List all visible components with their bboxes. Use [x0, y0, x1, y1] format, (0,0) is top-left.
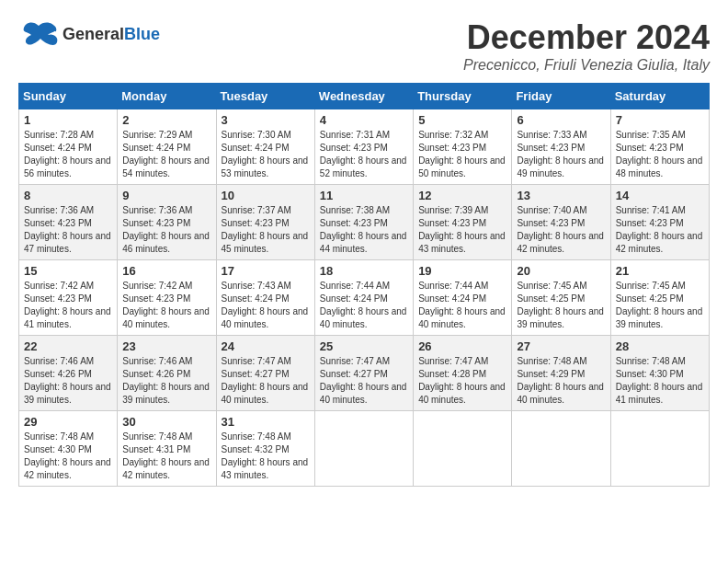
- day-number: 26: [418, 339, 506, 353]
- day-info: Sunrise: 7:44 AM Sunset: 4:24 PM Dayligh…: [320, 280, 408, 331]
- day-number: 20: [517, 264, 605, 278]
- day-number: 22: [24, 339, 112, 353]
- month-title: December 2024: [463, 18, 710, 57]
- day-info: Sunrise: 7:48 AM Sunset: 4:30 PM Dayligh…: [24, 431, 112, 482]
- day-info: Sunrise: 7:36 AM Sunset: 4:23 PM Dayligh…: [24, 204, 112, 256]
- day-info: Sunrise: 7:47 AM Sunset: 4:27 PM Dayligh…: [222, 355, 310, 407]
- day-info: Sunrise: 7:46 AM Sunset: 4:26 PM Dayligh…: [122, 355, 210, 407]
- title-area: December 2024 Precenicco, Friuli Venezia…: [463, 18, 710, 74]
- day-info: Sunrise: 7:35 AM Sunset: 4:23 PM Dayligh…: [616, 129, 704, 180]
- calendar-day-cell: [314, 411, 413, 487]
- day-number: 7: [616, 113, 704, 127]
- calendar-day-cell: 5 Sunrise: 7:32 AM Sunset: 4:23 PM Dayli…: [414, 109, 512, 185]
- day-info: Sunrise: 7:37 AM Sunset: 4:23 PM Dayligh…: [222, 204, 310, 256]
- calendar-day-cell: 31 Sunrise: 7:48 AM Sunset: 4:32 PM Dayl…: [216, 411, 314, 487]
- day-info: Sunrise: 7:47 AM Sunset: 4:27 PM Dayligh…: [320, 355, 408, 407]
- calendar-day-cell: 1 Sunrise: 7:28 AM Sunset: 4:24 PM Dayli…: [19, 109, 118, 185]
- day-number: 1: [24, 113, 112, 127]
- day-number: 5: [418, 113, 506, 127]
- calendar-day-cell: 11 Sunrise: 7:38 AM Sunset: 4:23 PM Dayl…: [314, 185, 413, 260]
- calendar-day-cell: 30 Sunrise: 7:48 AM Sunset: 4:31 PM Dayl…: [118, 411, 216, 487]
- day-number: 10: [222, 189, 310, 202]
- logo-blue: Blue: [124, 25, 160, 43]
- logo-icon: [18, 18, 59, 52]
- calendar-day-cell: 21 Sunrise: 7:45 AM Sunset: 4:25 PM Dayl…: [610, 260, 709, 336]
- calendar-header-row: SundayMondayTuesdayWednesdayThursdayFrid…: [19, 84, 710, 109]
- day-info: Sunrise: 7:39 AM Sunset: 4:23 PM Dayligh…: [418, 204, 506, 256]
- day-info: Sunrise: 7:42 AM Sunset: 4:23 PM Dayligh…: [122, 280, 210, 331]
- day-info: Sunrise: 7:43 AM Sunset: 4:24 PM Dayligh…: [222, 280, 310, 331]
- day-info: Sunrise: 7:45 AM Sunset: 4:25 PM Dayligh…: [616, 280, 704, 331]
- calendar-day-cell: 25 Sunrise: 7:47 AM Sunset: 4:27 PM Dayl…: [314, 336, 413, 411]
- day-number: 18: [320, 264, 408, 278]
- calendar-day-cell: 9 Sunrise: 7:36 AM Sunset: 4:23 PM Dayli…: [118, 185, 216, 260]
- day-info: Sunrise: 7:28 AM Sunset: 4:24 PM Dayligh…: [24, 129, 112, 180]
- logo-general: General: [63, 25, 124, 43]
- day-number: 4: [320, 113, 408, 127]
- day-number: 17: [222, 264, 310, 278]
- day-info: Sunrise: 7:40 AM Sunset: 4:23 PM Dayligh…: [517, 204, 605, 256]
- day-number: 14: [616, 189, 704, 202]
- calendar-day-cell: [512, 411, 610, 487]
- header: GeneralBlue December 2024 Precenicco, Fr…: [18, 18, 710, 74]
- calendar-day-cell: 10 Sunrise: 7:37 AM Sunset: 4:23 PM Dayl…: [216, 185, 314, 260]
- day-number: 30: [122, 415, 210, 429]
- calendar-body: 1 Sunrise: 7:28 AM Sunset: 4:24 PM Dayli…: [19, 109, 710, 487]
- day-number: 11: [320, 189, 408, 202]
- day-number: 12: [418, 189, 506, 202]
- calendar-day-cell: 8 Sunrise: 7:36 AM Sunset: 4:23 PM Dayli…: [19, 185, 118, 260]
- calendar-header-cell: Thursday: [414, 84, 512, 109]
- calendar-day-cell: 13 Sunrise: 7:40 AM Sunset: 4:23 PM Dayl…: [512, 185, 610, 260]
- day-info: Sunrise: 7:41 AM Sunset: 4:23 PM Dayligh…: [616, 204, 704, 256]
- day-info: Sunrise: 7:48 AM Sunset: 4:29 PM Dayligh…: [517, 355, 605, 407]
- day-number: 31: [222, 415, 310, 429]
- calendar-header-cell: Tuesday: [216, 84, 314, 109]
- calendar-day-cell: 12 Sunrise: 7:39 AM Sunset: 4:23 PM Dayl…: [414, 185, 512, 260]
- calendar-header-cell: Monday: [118, 84, 216, 109]
- calendar-day-cell: 16 Sunrise: 7:42 AM Sunset: 4:23 PM Dayl…: [118, 260, 216, 336]
- day-info: Sunrise: 7:29 AM Sunset: 4:24 PM Dayligh…: [122, 129, 210, 180]
- calendar-day-cell: 29 Sunrise: 7:48 AM Sunset: 4:30 PM Dayl…: [19, 411, 118, 487]
- day-number: 24: [222, 339, 310, 353]
- day-info: Sunrise: 7:38 AM Sunset: 4:23 PM Dayligh…: [320, 204, 408, 256]
- day-info: Sunrise: 7:48 AM Sunset: 4:31 PM Dayligh…: [122, 431, 210, 482]
- location-title: Precenicco, Friuli Venezia Giulia, Italy: [463, 57, 710, 74]
- calendar-day-cell: 24 Sunrise: 7:47 AM Sunset: 4:27 PM Dayl…: [216, 336, 314, 411]
- calendar-day-cell: 26 Sunrise: 7:47 AM Sunset: 4:28 PM Dayl…: [414, 336, 512, 411]
- calendar-day-cell: 4 Sunrise: 7:31 AM Sunset: 4:23 PM Dayli…: [314, 109, 413, 185]
- day-info: Sunrise: 7:31 AM Sunset: 4:23 PM Dayligh…: [320, 129, 408, 180]
- day-number: 21: [616, 264, 704, 278]
- day-number: 28: [616, 339, 704, 353]
- calendar-header-cell: Saturday: [610, 84, 709, 109]
- day-number: 15: [24, 264, 112, 278]
- day-number: 16: [122, 264, 210, 278]
- calendar-header-cell: Sunday: [19, 84, 118, 109]
- calendar-day-cell: 7 Sunrise: 7:35 AM Sunset: 4:23 PM Dayli…: [610, 109, 709, 185]
- logo: GeneralBlue: [18, 18, 160, 52]
- calendar-day-cell: 22 Sunrise: 7:46 AM Sunset: 4:26 PM Dayl…: [19, 336, 118, 411]
- calendar-day-cell: [610, 411, 709, 487]
- calendar-week-row: 15 Sunrise: 7:42 AM Sunset: 4:23 PM Dayl…: [19, 260, 710, 336]
- day-info: Sunrise: 7:42 AM Sunset: 4:23 PM Dayligh…: [24, 280, 112, 331]
- calendar-day-cell: 23 Sunrise: 7:46 AM Sunset: 4:26 PM Dayl…: [118, 336, 216, 411]
- day-number: 25: [320, 339, 408, 353]
- calendar-day-cell: 6 Sunrise: 7:33 AM Sunset: 4:23 PM Dayli…: [512, 109, 610, 185]
- day-info: Sunrise: 7:47 AM Sunset: 4:28 PM Dayligh…: [418, 355, 506, 407]
- day-info: Sunrise: 7:44 AM Sunset: 4:24 PM Dayligh…: [418, 280, 506, 331]
- day-info: Sunrise: 7:32 AM Sunset: 4:23 PM Dayligh…: [418, 129, 506, 180]
- day-info: Sunrise: 7:30 AM Sunset: 4:24 PM Dayligh…: [222, 129, 310, 180]
- day-number: 9: [122, 189, 210, 202]
- calendar-day-cell: 14 Sunrise: 7:41 AM Sunset: 4:23 PM Dayl…: [610, 185, 709, 260]
- calendar-day-cell: [414, 411, 512, 487]
- calendar-week-row: 22 Sunrise: 7:46 AM Sunset: 4:26 PM Dayl…: [19, 336, 710, 411]
- calendar-day-cell: 27 Sunrise: 7:48 AM Sunset: 4:29 PM Dayl…: [512, 336, 610, 411]
- day-number: 2: [122, 113, 210, 127]
- calendar-week-row: 1 Sunrise: 7:28 AM Sunset: 4:24 PM Dayli…: [19, 109, 710, 185]
- calendar-day-cell: 17 Sunrise: 7:43 AM Sunset: 4:24 PM Dayl…: [216, 260, 314, 336]
- day-number: 13: [517, 189, 605, 202]
- calendar-header-cell: Wednesday: [314, 84, 413, 109]
- day-number: 8: [24, 189, 112, 202]
- day-number: 23: [122, 339, 210, 353]
- calendar-week-row: 8 Sunrise: 7:36 AM Sunset: 4:23 PM Dayli…: [19, 185, 710, 260]
- calendar-header-cell: Friday: [512, 84, 610, 109]
